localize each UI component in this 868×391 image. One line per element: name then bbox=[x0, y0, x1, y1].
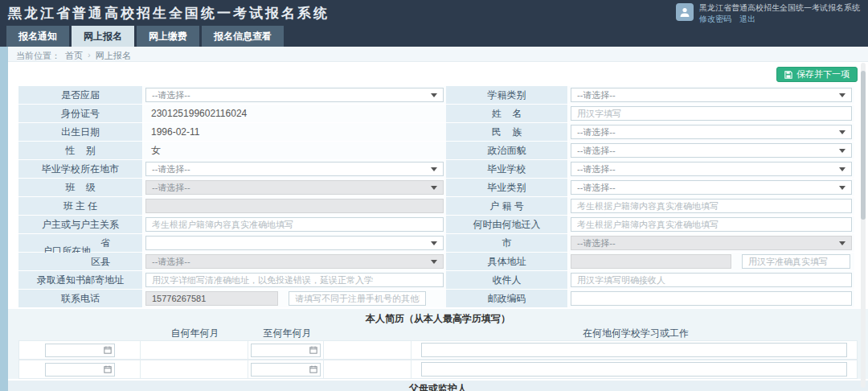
resume-text-input[interactable] bbox=[421, 362, 847, 377]
date-input[interactable] bbox=[45, 344, 115, 357]
text-input[interactable] bbox=[571, 199, 852, 213]
field-area: --请选择-- bbox=[143, 86, 446, 104]
form-row: 性 别女政治面貌--请选择-- bbox=[18, 142, 858, 159]
resume-col-where: 在何地何学校学习或工作 bbox=[414, 327, 858, 340]
form-cell-right: 具体地址 bbox=[446, 253, 854, 270]
change-password-link[interactable]: 修改密码 bbox=[699, 14, 731, 24]
save-and-next-button[interactable]: 保存并下一项 bbox=[776, 67, 858, 82]
field-label: 联系电话 bbox=[18, 290, 143, 307]
form-row: 省户口所在地市--请选择-- bbox=[18, 234, 858, 252]
form-cell-left: 录取通知书邮寄地址 bbox=[18, 271, 446, 289]
resume-section: 本人简历（从本人最高学历填写） 自何年何月 至何年何月 在何地何学校学习或工作 bbox=[8, 309, 868, 379]
date-input[interactable] bbox=[251, 363, 321, 377]
form-cell-left: 联系电话 bbox=[18, 290, 446, 307]
field-label: 毕业类别 bbox=[446, 179, 568, 196]
tab-1[interactable]: 报名通知 bbox=[6, 26, 69, 47]
field-label: 户主或与户主关系 bbox=[18, 216, 143, 233]
form-cell-left: 班 级--请选择-- bbox=[18, 179, 446, 196]
select-field[interactable] bbox=[145, 236, 444, 250]
form-cell-right: 民 族--请选择-- bbox=[446, 123, 854, 141]
field-label: 是否应届 bbox=[18, 86, 143, 104]
select-field[interactable]: --请选择-- bbox=[571, 143, 852, 158]
form-cell-left: 区县--请选择-- bbox=[18, 253, 446, 270]
field-label: 民 族 bbox=[446, 123, 568, 141]
select-field: --请选择-- bbox=[145, 180, 444, 195]
tab-2[interactable]: 网上报名 bbox=[72, 26, 134, 47]
select-field[interactable]: --请选择-- bbox=[145, 88, 444, 102]
field-label: 毕业学校所在地市 bbox=[18, 160, 143, 178]
chevron-down-icon bbox=[431, 260, 437, 264]
resume-cell bbox=[18, 340, 141, 360]
date-input[interactable] bbox=[45, 363, 115, 377]
user-avatar-icon[interactable] bbox=[676, 3, 694, 21]
readonly-value: 1996-02-11 bbox=[145, 126, 200, 138]
select-value: --请选择-- bbox=[152, 182, 190, 194]
chevron-down-icon bbox=[839, 130, 845, 134]
chevron-down-icon bbox=[839, 93, 845, 97]
breadcrumb-item[interactable]: 首页 bbox=[65, 50, 83, 58]
form-row: 班 主 任户 籍 号 bbox=[18, 197, 858, 215]
tab-3[interactable]: 网上缴费 bbox=[137, 26, 199, 47]
select-value: --请选择-- bbox=[577, 163, 616, 175]
save-icon bbox=[784, 71, 792, 79]
select-value: --请选择-- bbox=[577, 237, 616, 249]
resume-cell bbox=[140, 360, 248, 379]
chevron-down-icon bbox=[839, 167, 845, 171]
logout-link[interactable]: 退出 bbox=[739, 14, 755, 24]
form-row: 录取通知书邮寄地址收件人 bbox=[18, 271, 858, 289]
form-row: 班 级--请选择--毕业类别--请选择-- bbox=[18, 179, 858, 196]
breadcrumb-item[interactable]: 网上报名 bbox=[96, 50, 131, 58]
text-input[interactable] bbox=[571, 217, 852, 232]
select-value: --请选择-- bbox=[152, 256, 190, 268]
field-area bbox=[568, 105, 854, 122]
field-label: 市 bbox=[446, 234, 568, 252]
form-row: 毕业学校所在地市--请选择--毕业学校--请选择-- bbox=[18, 160, 858, 178]
form-cell-left: 省户口所在地 bbox=[18, 234, 446, 252]
breadcrumb: 当前位置： 首页›网上报名 bbox=[8, 47, 868, 62]
text-input[interactable] bbox=[145, 217, 444, 232]
select-field[interactable]: --请选择-- bbox=[571, 88, 852, 102]
tab-4[interactable]: 报名信息查看 bbox=[202, 26, 284, 47]
main-panel: 当前位置： 首页›网上报名 保存并下一项 是否应届--请选择--学籍类别--请选… bbox=[8, 47, 868, 389]
date-input[interactable] bbox=[251, 344, 321, 357]
resume-row bbox=[18, 340, 858, 360]
text-input[interactable] bbox=[571, 106, 852, 121]
field-area: --请选择-- bbox=[568, 160, 854, 178]
text-input[interactable] bbox=[571, 291, 852, 306]
select-field[interactable]: --请选择-- bbox=[571, 125, 852, 139]
toolbar: 保存并下一项 bbox=[8, 62, 868, 86]
field-area bbox=[143, 197, 446, 215]
field-area: --请选择-- bbox=[568, 123, 854, 141]
field-label: 班 主 任 bbox=[18, 197, 143, 215]
form-cell-right: 户 籍 号 bbox=[446, 197, 854, 215]
field-label: 何时由何地迁入 bbox=[446, 216, 568, 233]
select-field[interactable]: --请选择-- bbox=[571, 180, 852, 195]
vertical-scrollbar[interactable] bbox=[861, 63, 866, 388]
form-cell-right: 何时由何地迁入 bbox=[446, 216, 854, 233]
save-button-label: 保存并下一项 bbox=[796, 68, 850, 80]
resume-text-input[interactable] bbox=[421, 343, 847, 357]
readonly-value: 女 bbox=[145, 144, 161, 158]
form-cell-right: 收件人 bbox=[446, 271, 854, 289]
text-input[interactable] bbox=[571, 273, 852, 287]
field-label: 性 别 bbox=[18, 142, 143, 159]
text-input[interactable] bbox=[742, 254, 850, 269]
account-system-name: 黑龙江省普通高校招生全国统一考试报名系统 bbox=[699, 3, 860, 13]
resume-row bbox=[18, 360, 858, 379]
dual-input-group bbox=[571, 254, 852, 269]
form-cell-left: 性 别女 bbox=[18, 142, 446, 159]
field-label: 班 级 bbox=[18, 179, 143, 196]
resume-cell bbox=[18, 360, 141, 379]
resume-cell bbox=[411, 340, 858, 360]
field-area: --请选择-- bbox=[143, 160, 446, 178]
form-cell-right: 姓 名 bbox=[446, 105, 854, 122]
calendar-icon bbox=[309, 346, 317, 354]
select-field[interactable]: --请选择-- bbox=[145, 162, 444, 176]
chevron-down-icon bbox=[839, 149, 845, 153]
select-field[interactable]: --请选择-- bbox=[571, 162, 852, 176]
scrollbar-thumb[interactable] bbox=[861, 71, 866, 220]
field-label: 身份证号 bbox=[18, 105, 143, 122]
text-input[interactable] bbox=[145, 273, 444, 287]
text-input[interactable] bbox=[289, 291, 426, 306]
form-cell-left: 是否应届--请选择-- bbox=[18, 86, 446, 104]
